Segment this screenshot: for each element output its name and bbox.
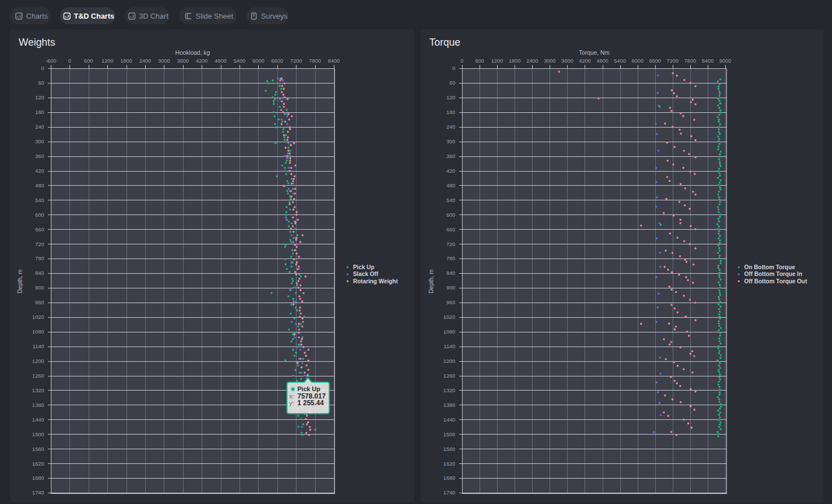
svg-text:Off Bottom Torque In: Off Bottom Torque In (744, 271, 803, 277)
svg-text:1380: 1380 (443, 402, 455, 408)
svg-text:1440: 1440 (443, 417, 455, 423)
svg-text:1500: 1500 (32, 431, 44, 437)
svg-text:1500: 1500 (443, 431, 455, 437)
svg-text:3000: 3000 (544, 58, 556, 64)
svg-text:840: 840 (446, 270, 455, 276)
svg-text:1260: 1260 (443, 372, 455, 379)
svg-text:420: 420 (35, 168, 44, 174)
svg-text:8400: 8400 (702, 58, 713, 64)
svg-text:480: 480 (35, 182, 44, 189)
svg-text:360: 360 (35, 153, 44, 159)
svg-text:660: 660 (446, 226, 455, 233)
svg-text:1200: 1200 (491, 58, 503, 64)
svg-text:1440: 1440 (32, 417, 44, 423)
svg-text:1800: 1800 (509, 58, 521, 64)
svg-text:1320: 1320 (443, 387, 455, 393)
svg-text:6600: 6600 (649, 58, 661, 64)
svg-text:240: 240 (446, 124, 455, 130)
svg-text:8400: 8400 (328, 58, 339, 64)
svg-text:600: 600 (84, 58, 93, 64)
svg-text:1620: 1620 (443, 461, 455, 467)
svg-text:1380: 1380 (32, 402, 44, 408)
svg-text:1080: 1080 (32, 328, 44, 335)
svg-text:Pick Up: Pick Up (298, 385, 321, 392)
svg-text:9000: 9000 (719, 58, 731, 64)
svg-text:6000: 6000 (252, 58, 264, 64)
svg-text:240: 240 (35, 124, 44, 130)
svg-text:Rotaring Weight: Rotaring Weight (353, 278, 398, 284)
svg-text:900: 900 (446, 284, 455, 291)
svg-text:1200: 1200 (443, 358, 455, 364)
svg-text:4800: 4800 (215, 58, 226, 64)
svg-text:6600: 6600 (271, 58, 283, 64)
svg-text:6000: 6000 (631, 58, 643, 64)
svg-text:360: 360 (446, 153, 455, 159)
svg-text:Off Bottom Torque Out: Off Bottom Torque Out (744, 278, 808, 284)
svg-text:0: 0 (68, 58, 71, 64)
svg-text:3600: 3600 (561, 58, 573, 64)
svg-text:1020: 1020 (443, 314, 455, 320)
svg-text:4200: 4200 (196, 58, 208, 64)
svg-text:Hookload, kg: Hookload, kg (175, 49, 210, 56)
svg-text:4800: 4800 (596, 58, 608, 64)
svg-text:540: 540 (446, 197, 455, 203)
svg-text:180: 180 (35, 109, 44, 115)
svg-text:5400: 5400 (614, 58, 626, 64)
svg-text:300: 300 (35, 138, 44, 144)
svg-text:120: 120 (35, 94, 44, 100)
svg-text:780: 780 (446, 255, 455, 261)
svg-text:y:: y: (289, 400, 294, 406)
svg-text:660: 660 (35, 226, 44, 233)
svg-text:420: 420 (446, 168, 455, 174)
svg-text:1020: 1020 (32, 314, 44, 320)
svg-text:60: 60 (38, 80, 44, 86)
svg-text:0: 0 (460, 58, 463, 64)
svg-text:1680: 1680 (443, 475, 455, 481)
svg-text:3000: 3000 (158, 58, 170, 64)
svg-text:5400: 5400 (233, 58, 245, 64)
svg-text:7800: 7800 (684, 58, 696, 64)
svg-text:On Bottom Torque: On Bottom Torque (744, 264, 795, 270)
svg-text:120: 120 (446, 94, 455, 100)
svg-text:1560: 1560 (443, 446, 455, 452)
svg-text:60: 60 (449, 80, 455, 86)
svg-text:720: 720 (35, 241, 44, 247)
svg-text:0: 0 (452, 65, 455, 71)
svg-text:1740: 1740 (443, 489, 455, 496)
svg-text:960: 960 (35, 299, 44, 305)
svg-text:1620: 1620 (32, 461, 44, 467)
svg-text:600: 600 (475, 58, 484, 64)
svg-text:1140: 1140 (444, 343, 455, 349)
svg-text:960: 960 (446, 299, 455, 305)
svg-text:1560: 1560 (32, 446, 44, 452)
svg-text:Slack Off: Slack Off (353, 271, 378, 277)
svg-text:1200: 1200 (102, 58, 114, 64)
svg-text:1 255.44: 1 255.44 (298, 399, 324, 407)
svg-text:1080: 1080 (443, 328, 455, 335)
svg-text:900: 900 (35, 284, 44, 291)
svg-text:720: 720 (446, 241, 455, 247)
svg-text:780: 780 (35, 255, 44, 261)
svg-text:4200: 4200 (579, 58, 591, 64)
svg-text:2400: 2400 (526, 58, 538, 64)
svg-text:840: 840 (35, 270, 44, 276)
svg-text:1680: 1680 (32, 475, 44, 481)
svg-text:1800: 1800 (120, 58, 132, 64)
svg-text:Depth, m: Depth, m (428, 269, 434, 293)
svg-text:3600: 3600 (177, 58, 189, 64)
svg-text:480: 480 (446, 182, 455, 189)
svg-text:300: 300 (446, 138, 455, 144)
svg-text:7200: 7200 (667, 58, 678, 64)
svg-text:1320: 1320 (32, 387, 44, 393)
svg-text:540: 540 (35, 197, 44, 203)
svg-text:Torque, Nm: Torque, Nm (579, 49, 610, 56)
svg-text:600: 600 (446, 212, 455, 218)
svg-text:600: 600 (35, 212, 44, 218)
svg-text:2400: 2400 (139, 58, 151, 64)
svg-text:x:: x: (289, 393, 294, 400)
svg-text:180: 180 (446, 109, 455, 115)
svg-text:1200: 1200 (32, 358, 44, 364)
svg-text:0: 0 (41, 65, 44, 71)
svg-text:1260: 1260 (32, 372, 44, 379)
svg-text:-600: -600 (45, 58, 56, 64)
